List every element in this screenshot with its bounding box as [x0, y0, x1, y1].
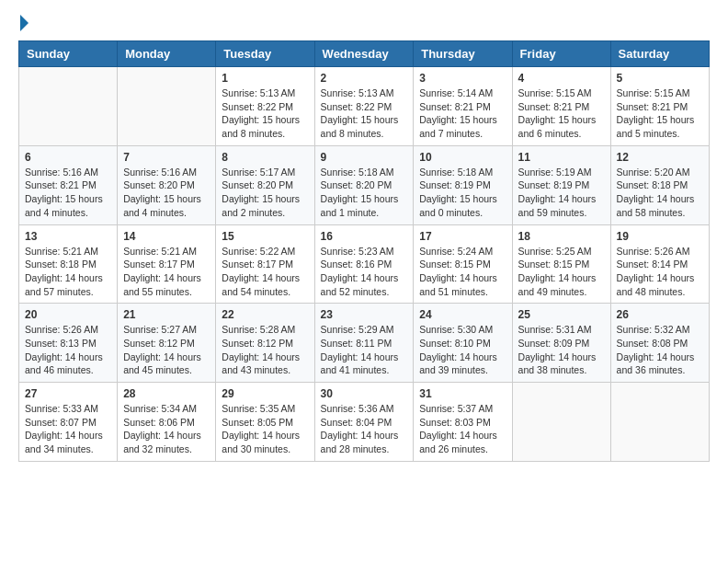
day-info: Sunrise: 5:32 AM Sunset: 8:08 PM Dayligh…: [617, 323, 703, 377]
day-info: Sunrise: 5:13 AM Sunset: 8:22 PM Dayligh…: [321, 86, 408, 141]
day-info: Sunrise: 5:20 AM Sunset: 8:18 PM Dayligh…: [617, 166, 703, 220]
calendar-cell: 18Sunrise: 5:25 AM Sunset: 8:15 PM Dayli…: [512, 224, 610, 304]
day-info: Sunrise: 5:16 AM Sunset: 8:20 PM Dayligh…: [123, 166, 210, 220]
day-info: Sunrise: 5:26 AM Sunset: 8:13 PM Dayligh…: [25, 323, 111, 377]
day-number: 4: [518, 72, 605, 85]
day-info: Sunrise: 5:15 AM Sunset: 8:21 PM Dayligh…: [617, 86, 703, 141]
calendar: SundayMondayTuesdayWednesdayThursdayFrid…: [18, 40, 710, 462]
calendar-week-row: 1Sunrise: 5:13 AM Sunset: 8:22 PM Daylig…: [19, 67, 710, 146]
calendar-cell: 21Sunrise: 5:27 AM Sunset: 8:12 PM Dayli…: [118, 304, 216, 383]
calendar-header-monday: Monday: [118, 41, 216, 67]
day-info: Sunrise: 5:17 AM Sunset: 8:20 PM Dayligh…: [222, 166, 308, 220]
day-number: 7: [123, 151, 210, 164]
calendar-header-tuesday: Tuesday: [216, 41, 314, 67]
day-info: Sunrise: 5:29 AM Sunset: 8:11 PM Dayligh…: [321, 323, 408, 377]
day-info: Sunrise: 5:35 AM Sunset: 8:05 PM Dayligh…: [222, 402, 308, 456]
day-number: 15: [222, 230, 308, 243]
calendar-week-row: 27Sunrise: 5:33 AM Sunset: 8:07 PM Dayli…: [19, 383, 710, 462]
day-number: 18: [518, 230, 605, 243]
day-info: Sunrise: 5:16 AM Sunset: 8:21 PM Dayligh…: [25, 166, 111, 220]
day-number: 30: [321, 387, 408, 400]
day-number: 17: [419, 230, 506, 243]
day-info: Sunrise: 5:36 AM Sunset: 8:04 PM Dayligh…: [321, 402, 408, 456]
calendar-cell: 10Sunrise: 5:18 AM Sunset: 8:19 PM Dayli…: [414, 145, 512, 224]
day-number: 8: [222, 151, 308, 164]
calendar-cell: [610, 383, 709, 462]
day-info: Sunrise: 5:22 AM Sunset: 8:17 PM Dayligh…: [222, 245, 308, 299]
day-info: Sunrise: 5:27 AM Sunset: 8:12 PM Dayligh…: [123, 323, 210, 377]
day-info: Sunrise: 5:18 AM Sunset: 8:20 PM Dayligh…: [321, 166, 408, 220]
day-info: Sunrise: 5:30 AM Sunset: 8:10 PM Dayligh…: [419, 323, 506, 377]
day-number: 14: [123, 230, 210, 243]
calendar-header-friday: Friday: [512, 41, 610, 67]
calendar-cell: 8Sunrise: 5:17 AM Sunset: 8:20 PM Daylig…: [216, 145, 314, 224]
day-info: Sunrise: 5:14 AM Sunset: 8:21 PM Dayligh…: [419, 86, 506, 141]
day-info: Sunrise: 5:13 AM Sunset: 8:22 PM Dayligh…: [222, 86, 308, 141]
calendar-cell: 30Sunrise: 5:36 AM Sunset: 8:04 PM Dayli…: [314, 383, 414, 462]
calendar-header-sunday: Sunday: [19, 41, 118, 67]
day-number: 23: [321, 308, 408, 321]
day-number: 1: [222, 72, 308, 85]
day-number: 16: [321, 230, 408, 243]
logo: [18, 18, 28, 31]
day-info: Sunrise: 5:26 AM Sunset: 8:14 PM Dayligh…: [617, 245, 703, 299]
day-info: Sunrise: 5:37 AM Sunset: 8:03 PM Dayligh…: [419, 402, 506, 456]
day-number: 29: [222, 387, 308, 400]
calendar-cell: 24Sunrise: 5:30 AM Sunset: 8:10 PM Dayli…: [414, 304, 512, 383]
calendar-cell: 31Sunrise: 5:37 AM Sunset: 8:03 PM Dayli…: [414, 383, 512, 462]
day-number: 9: [321, 151, 408, 164]
day-number: 11: [518, 151, 605, 164]
day-number: 10: [419, 151, 506, 164]
calendar-cell: 2Sunrise: 5:13 AM Sunset: 8:22 PM Daylig…: [314, 67, 414, 146]
day-number: 3: [419, 72, 506, 85]
day-info: Sunrise: 5:19 AM Sunset: 8:19 PM Dayligh…: [518, 166, 605, 220]
calendar-week-row: 20Sunrise: 5:26 AM Sunset: 8:13 PM Dayli…: [19, 304, 710, 383]
calendar-cell: 6Sunrise: 5:16 AM Sunset: 8:21 PM Daylig…: [19, 145, 118, 224]
calendar-cell: 12Sunrise: 5:20 AM Sunset: 8:18 PM Dayli…: [610, 145, 709, 224]
calendar-cell: [19, 67, 118, 146]
calendar-cell: 7Sunrise: 5:16 AM Sunset: 8:20 PM Daylig…: [118, 145, 216, 224]
calendar-cell: 14Sunrise: 5:21 AM Sunset: 8:17 PM Dayli…: [118, 224, 216, 304]
calendar-cell: 4Sunrise: 5:15 AM Sunset: 8:21 PM Daylig…: [512, 67, 610, 146]
calendar-week-row: 6Sunrise: 5:16 AM Sunset: 8:21 PM Daylig…: [19, 145, 710, 224]
calendar-cell: 16Sunrise: 5:23 AM Sunset: 8:16 PM Dayli…: [314, 224, 414, 304]
day-number: 22: [222, 308, 308, 321]
day-number: 19: [617, 230, 703, 243]
calendar-header-saturday: Saturday: [610, 41, 709, 67]
day-info: Sunrise: 5:21 AM Sunset: 8:18 PM Dayligh…: [25, 245, 111, 299]
calendar-header-thursday: Thursday: [414, 41, 512, 67]
calendar-cell: 1Sunrise: 5:13 AM Sunset: 8:22 PM Daylig…: [216, 67, 314, 146]
calendar-cell: 17Sunrise: 5:24 AM Sunset: 8:15 PM Dayli…: [414, 224, 512, 304]
day-number: 24: [419, 308, 506, 321]
day-number: 25: [518, 308, 605, 321]
calendar-cell: 13Sunrise: 5:21 AM Sunset: 8:18 PM Dayli…: [19, 224, 118, 304]
day-info: Sunrise: 5:28 AM Sunset: 8:12 PM Dayligh…: [222, 323, 308, 377]
day-number: 5: [617, 72, 703, 85]
header: [18, 18, 710, 31]
day-info: Sunrise: 5:25 AM Sunset: 8:15 PM Dayligh…: [518, 245, 605, 299]
day-info: Sunrise: 5:23 AM Sunset: 8:16 PM Dayligh…: [321, 245, 408, 299]
day-number: 26: [617, 308, 703, 321]
day-number: 2: [321, 72, 408, 85]
day-info: Sunrise: 5:15 AM Sunset: 8:21 PM Dayligh…: [518, 86, 605, 141]
calendar-week-row: 13Sunrise: 5:21 AM Sunset: 8:18 PM Dayli…: [19, 224, 710, 304]
day-number: 31: [419, 387, 506, 400]
calendar-cell: 28Sunrise: 5:34 AM Sunset: 8:06 PM Dayli…: [118, 383, 216, 462]
calendar-cell: 25Sunrise: 5:31 AM Sunset: 8:09 PM Dayli…: [512, 304, 610, 383]
calendar-header-row: SundayMondayTuesdayWednesdayThursdayFrid…: [19, 41, 710, 67]
calendar-header-wednesday: Wednesday: [314, 41, 414, 67]
day-number: 12: [617, 151, 703, 164]
calendar-cell: 27Sunrise: 5:33 AM Sunset: 8:07 PM Dayli…: [19, 383, 118, 462]
day-info: Sunrise: 5:34 AM Sunset: 8:06 PM Dayligh…: [123, 402, 210, 456]
day-info: Sunrise: 5:33 AM Sunset: 8:07 PM Dayligh…: [25, 402, 111, 456]
calendar-cell: 26Sunrise: 5:32 AM Sunset: 8:08 PM Dayli…: [610, 304, 709, 383]
calendar-cell: 23Sunrise: 5:29 AM Sunset: 8:11 PM Dayli…: [314, 304, 414, 383]
calendar-cell: 15Sunrise: 5:22 AM Sunset: 8:17 PM Dayli…: [216, 224, 314, 304]
day-number: 21: [123, 308, 210, 321]
day-info: Sunrise: 5:31 AM Sunset: 8:09 PM Dayligh…: [518, 323, 605, 377]
logo-triangle-icon: [20, 15, 28, 31]
day-number: 28: [123, 387, 210, 400]
day-number: 20: [25, 308, 111, 321]
day-info: Sunrise: 5:24 AM Sunset: 8:15 PM Dayligh…: [419, 245, 506, 299]
calendar-cell: [118, 67, 216, 146]
